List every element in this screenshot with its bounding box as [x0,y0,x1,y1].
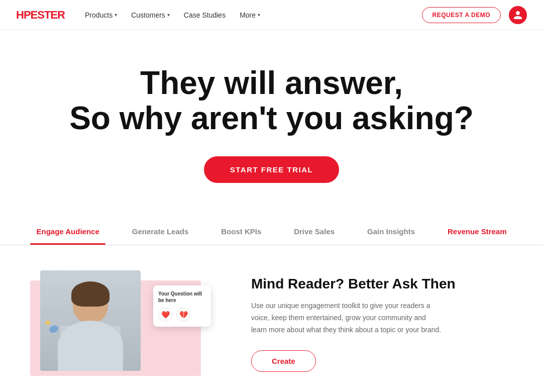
brand-logo: HPESTER [16,9,65,22]
nav-links: Products ▾ Customers ▾ Case Studies More… [85,11,422,19]
user-icon [513,10,523,20]
request-demo-button[interactable]: REQUEST A DEMO [422,7,501,23]
nav-products-label: Products [85,11,113,19]
tab-revenue-stream[interactable]: Revenue Stream [442,218,513,245]
create-button[interactable]: Create [251,350,316,372]
nav-case-studies-label: Case Studies [184,11,226,19]
poll-card: Your Question will be here ❤️ 💔 [153,285,211,327]
person-hair [71,281,110,307]
content-image-area: Your Question will be here ❤️ 💔 [30,270,221,381]
tab-boost-kpis[interactable]: Boost KPIs [215,218,267,245]
chevron-down-icon: ▾ [167,12,170,18]
tab-drive-sales[interactable]: Drive Sales [288,218,341,245]
content-title: Mind Reader? Better Ask Then [251,275,513,292]
nav-case-studies[interactable]: Case Studies [184,11,226,19]
paint-splatter-yellow [45,321,50,325]
hero-line2: So why aren't you asking? [69,100,474,136]
tabs-section: Engage Audience Generate Leads Boost KPI… [0,218,543,245]
chevron-down-icon: ▾ [258,12,260,18]
content-section: Your Question will be here ❤️ 💔 Mind Rea… [0,245,543,392]
content-text: Mind Reader? Better Ask Then Use our uni… [251,270,513,372]
tab-gain-insights[interactable]: Gain Insights [361,218,421,245]
paint-splatter-blue [48,324,59,334]
hero-section: They will answer, So why aren't you aski… [0,30,543,208]
user-avatar[interactable] [509,6,527,24]
person-body [58,321,123,371]
hero-title: They will answer, So why aren't you aski… [46,65,498,136]
tab-generate-leads[interactable]: Generate Leads [126,218,195,245]
poll-reactions: ❤️ 💔 [158,308,206,322]
start-free-trial-button[interactable]: START FREE TRIAL [204,156,339,183]
nav-more[interactable]: More ▾ [240,11,260,19]
chevron-down-icon: ▾ [115,12,117,18]
poll-question: Your Question will be here [158,290,206,304]
nav-more-label: More [240,11,256,19]
person-photo [40,270,141,371]
content-description: Use our unique engagement toolkit to giv… [251,300,442,336]
nav-customers[interactable]: Customers ▾ [131,11,170,19]
person-silhouette [40,270,141,371]
reaction-heart[interactable]: ❤️ [158,308,172,322]
nav-right: REQUEST A DEMO [422,6,527,24]
reaction-broken-heart[interactable]: 💔 [176,308,190,322]
nav-products[interactable]: Products ▾ [85,11,117,19]
tabs-bar: Engage Audience Generate Leads Boost KPI… [0,218,543,245]
tab-engage-audience[interactable]: Engage Audience [30,218,105,245]
hero-line1: They will answer, [140,65,403,101]
nav-customers-label: Customers [131,11,165,19]
navbar: HPESTER Products ▾ Customers ▾ Case Stud… [0,0,543,30]
